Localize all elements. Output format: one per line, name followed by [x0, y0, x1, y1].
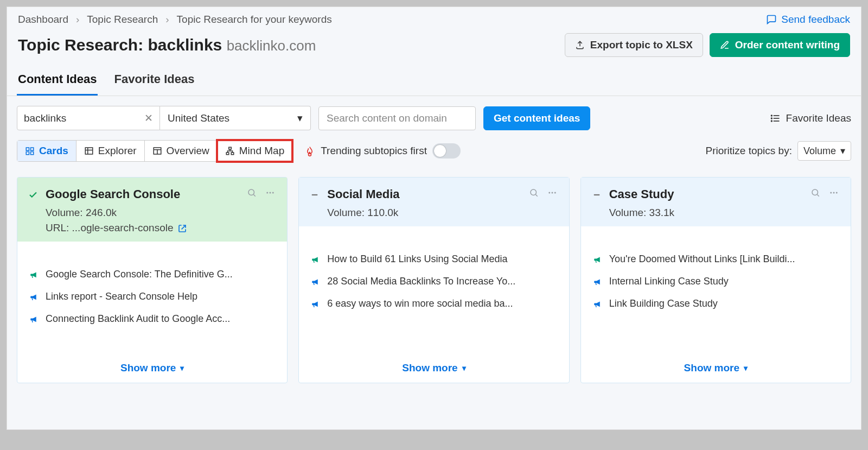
breadcrumb-row: Dashboard › Topic Research › Topic Resea… [7, 7, 861, 29]
megaphone-icon [593, 298, 603, 309]
svg-line-20 [254, 194, 256, 196]
edit-icon [720, 40, 730, 50]
breadcrumb: Dashboard › Topic Research › Topic Resea… [18, 14, 332, 26]
card-body: You're Doomed Without Links [Link Buildi… [581, 226, 851, 320]
domain-search-input[interactable]: Search content on domain [318, 106, 476, 130]
svg-rect-6 [26, 148, 29, 150]
view-overview-button[interactable]: Overview [145, 141, 218, 161]
send-feedback-link[interactable]: Send feedback [766, 14, 850, 26]
card-url[interactable]: URL: ...ogle-search-console [46, 222, 276, 234]
more-icon[interactable] [264, 187, 276, 198]
megaphone-icon [593, 253, 603, 265]
megaphone-icon [311, 276, 321, 287]
check-icon[interactable] [28, 189, 38, 200]
idea-text: Links report - Search Console Help [46, 291, 197, 302]
idea-text: How to Build 61 Links Using Social Media [327, 253, 507, 265]
order-label: Order content writing [735, 39, 840, 51]
idea-item[interactable]: How to Build 61 Links Using Social Media [311, 248, 557, 270]
card-head: Social MediaVolume: 110.0k [299, 178, 569, 226]
page-tabs: Content Ideas Favorite Ideas [7, 67, 861, 96]
show-more-button[interactable]: Show more▾ [299, 356, 569, 383]
svg-rect-9 [31, 152, 34, 155]
more-icon[interactable] [546, 187, 558, 198]
clear-keyword-icon[interactable]: ✕ [144, 112, 153, 124]
idea-item[interactable]: 28 Social Media Backlinks To Increase Yo… [311, 270, 557, 293]
chevron-down-icon: ▾ [744, 364, 748, 372]
topic-card[interactable]: Google Search ConsoleVolume: 246.0kURL: … [17, 177, 288, 383]
tab-content-ideas[interactable]: Content Ideas [17, 67, 98, 96]
idea-item[interactable]: Link Building Case Study [593, 293, 839, 315]
card-title-row: Google Search Console [46, 187, 276, 201]
keyword-input[interactable]: backlinks ✕ [17, 106, 160, 130]
svg-rect-7 [31, 148, 34, 150]
view-explorer-button[interactable]: Explorer [76, 141, 145, 161]
card-head: Case StudyVolume: 33.1k [581, 178, 851, 226]
search-icon[interactable] [247, 187, 257, 198]
breadcrumb-item[interactable]: Topic Research [87, 14, 158, 26]
controls-row-2: Cards Explorer Overview Mind Map Trendin… [7, 136, 861, 172]
card-volume: Volume: 33.1k [609, 207, 840, 219]
card-title: Case Study [609, 187, 810, 201]
card-body: Google Search Console: The Definitive G.… [17, 242, 287, 335]
svg-point-23 [272, 192, 274, 193]
table-icon [84, 146, 94, 156]
svg-point-5 [771, 121, 772, 122]
idea-item[interactable]: You're Doomed Without Links [Link Buildi… [593, 248, 839, 270]
idea-item[interactable]: Links report - Search Console Help [29, 286, 275, 308]
cards-grid: Google Search ConsoleVolume: 246.0kURL: … [7, 172, 861, 393]
search-icon[interactable] [529, 187, 539, 198]
svg-point-4 [771, 118, 772, 119]
svg-point-33 [830, 192, 832, 193]
show-more-button[interactable]: Show more▾ [581, 356, 851, 383]
idea-item[interactable]: Internal Linking Case Study [593, 270, 839, 293]
more-icon[interactable] [828, 187, 840, 198]
trending-toggle[interactable] [432, 143, 461, 159]
prioritize-value: Volume [803, 145, 836, 157]
svg-point-34 [833, 192, 834, 193]
prioritize-select[interactable]: Volume ▾ [797, 141, 851, 161]
idea-text: Internal Linking Case Study [609, 276, 729, 287]
breadcrumb-item[interactable]: Dashboard [18, 14, 68, 26]
minus-icon[interactable] [310, 189, 320, 200]
card-actions [810, 187, 840, 198]
export-icon [575, 40, 585, 50]
svg-point-22 [270, 192, 271, 193]
tab-favorite-ideas[interactable]: Favorite Ideas [113, 67, 195, 96]
get-content-ideas-button[interactable]: Get content ideas [483, 106, 590, 130]
view-mindmap-button[interactable]: Mind Map [218, 141, 292, 161]
breadcrumb-item: Topic Research for your keywords [177, 14, 332, 26]
card-title-row: Social Media [327, 187, 558, 201]
card-title: Google Search Console [46, 187, 247, 201]
show-more-button[interactable]: Show more▾ [17, 356, 287, 383]
chevron-down-icon: ▾ [297, 112, 303, 124]
card-title: Social Media [327, 187, 528, 201]
controls-row-1: backlinks ✕ United States ▾ Search conte… [7, 96, 861, 136]
chevron-down-icon: ▾ [180, 364, 184, 372]
svg-point-31 [812, 189, 818, 195]
svg-point-19 [248, 189, 254, 195]
card-head: Google Search ConsoleVolume: 246.0kURL: … [17, 178, 287, 242]
view-cards-button[interactable]: Cards [17, 141, 76, 161]
favorite-ideas-link[interactable]: Favorite Ideas [770, 112, 851, 124]
view-cards-label: Cards [39, 145, 68, 157]
idea-item[interactable]: Google Search Console: The Definitive G.… [29, 263, 275, 286]
keyword-region-group: backlinks ✕ United States ▾ [17, 106, 311, 130]
search-icon[interactable] [810, 187, 820, 198]
app-frame: Dashboard › Topic Research › Topic Resea… [7, 7, 861, 430]
idea-item[interactable]: 6 easy ways to win more social media ba.… [311, 293, 557, 315]
title-row: Topic Research: backlinks backlinko.com … [7, 29, 861, 67]
card-volume: Volume: 246.0k [46, 207, 276, 219]
idea-text: You're Doomed Without Links [Link Buildi… [609, 253, 795, 265]
trending-toggle-group: Trending subtopics first [304, 143, 461, 159]
export-xlsx-button[interactable]: Export topic to XLSX [565, 33, 703, 57]
title-domain: backlinko.com [227, 37, 316, 54]
get-ideas-label: Get content ideas [494, 112, 580, 124]
minus-icon[interactable] [592, 189, 602, 200]
topic-card[interactable]: Case StudyVolume: 33.1kYou're Doomed Wit… [580, 177, 851, 383]
svg-rect-17 [226, 153, 229, 155]
topic-card[interactable]: Social MediaVolume: 110.0kHow to Build 6… [298, 177, 569, 383]
idea-item[interactable]: Connecting Backlink Audit to Google Acc.… [29, 308, 275, 330]
region-select[interactable]: United States ▾ [160, 106, 311, 130]
svg-point-35 [836, 192, 838, 193]
order-content-button[interactable]: Order content writing [710, 33, 850, 57]
